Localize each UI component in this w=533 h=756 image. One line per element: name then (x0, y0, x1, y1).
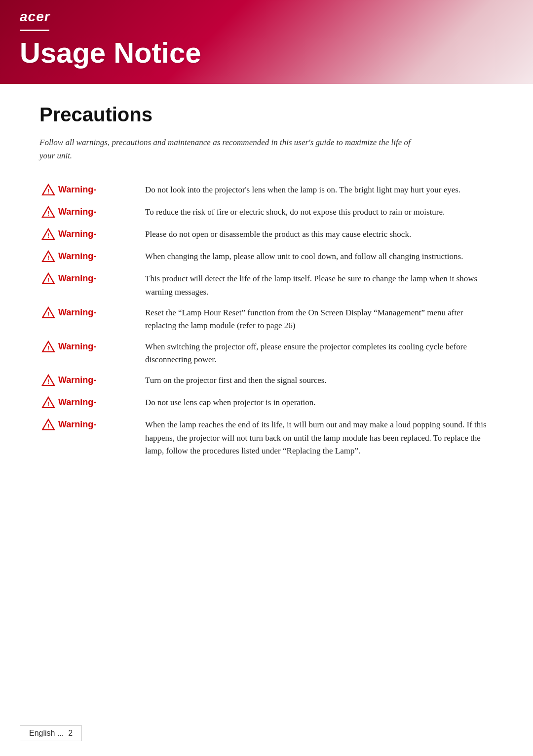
svg-text:!: ! (47, 232, 49, 239)
warning-label: ! Warning- (41, 250, 96, 263)
warning-label: ! Warning- (41, 340, 96, 353)
warning-label-cell: ! Warning- (39, 337, 143, 371)
svg-text:!: ! (47, 400, 49, 408)
warnings-table: ! Warning-Do not look into the projector… (39, 180, 494, 461)
warning-triangle-icon: ! (41, 418, 55, 431)
warning-row: ! Warning-Turn on the projector first an… (39, 370, 494, 392)
warning-label-cell: ! Warning- (39, 302, 143, 337)
warning-desc-text: To reduce the risk of fire or electric s… (145, 206, 492, 219)
warning-desc-text: Please do not open or disassemble the pr… (145, 228, 492, 241)
warning-label-cell: ! Warning- (39, 392, 143, 415)
svg-text:!: ! (47, 422, 49, 430)
page-footer: English ... 2 (20, 725, 513, 741)
warning-row: ! Warning-When switching the projector o… (39, 337, 494, 371)
warning-description: Please do not open or disassemble the pr… (143, 224, 494, 246)
warning-triangle-icon: ! (41, 206, 55, 218)
warning-label-cell: ! Warning- (39, 415, 143, 461)
svg-text:!: ! (47, 276, 49, 284)
warning-description: When changing the lamp, please allow uni… (143, 246, 494, 268)
svg-text:!: ! (47, 188, 49, 195)
warning-label-cell: ! Warning- (39, 246, 143, 268)
warning-text-label: Warning- (58, 375, 96, 385)
warning-label-cell: ! Warning- (39, 370, 143, 392)
warning-triangle-icon: ! (41, 228, 55, 240)
svg-text:!: ! (47, 344, 49, 352)
warning-row: ! Warning-Do not use lens cap when proje… (39, 392, 494, 415)
warning-desc-text: When the lamp reaches the end of its lif… (145, 418, 492, 457)
warning-description: Turn on the projector first and then the… (143, 370, 494, 392)
warning-row: ! Warning-To reduce the risk of fire or … (39, 202, 494, 224)
page-header: acer Usage Notice (0, 0, 533, 84)
warning-desc-text: Do not look into the projector's lens wh… (145, 184, 492, 196)
warning-triangle-icon: ! (41, 396, 55, 409)
warning-triangle-icon: ! (41, 374, 55, 386)
footer-language-page: English ... 2 (20, 725, 82, 741)
svg-text:!: ! (47, 378, 49, 385)
warning-desc-text: Do not use lens cap when projector is in… (145, 396, 492, 409)
warning-label-cell: ! Warning- (39, 202, 143, 224)
warning-label: ! Warning- (41, 418, 96, 431)
warning-label-cell: ! Warning- (39, 268, 143, 302)
warning-description: This product will detect the life of the… (143, 268, 494, 302)
warning-description: When switching the projector off, please… (143, 337, 494, 371)
warning-label: ! Warning- (41, 184, 96, 196)
warning-label-cell: ! Warning- (39, 180, 143, 202)
warning-description: Do not use lens cap when projector is in… (143, 392, 494, 415)
warning-label: ! Warning- (41, 272, 96, 285)
warning-row: ! Warning-Do not look into the projector… (39, 180, 494, 202)
warning-description: Do not look into the projector's lens wh… (143, 180, 494, 202)
warning-text-label: Warning- (58, 397, 96, 408)
svg-text:!: ! (47, 310, 49, 318)
main-content: Precautions Follow all warnings, precaut… (0, 84, 533, 481)
warning-text-label: Warning- (58, 341, 96, 352)
warning-label: ! Warning- (41, 306, 96, 319)
svg-text:!: ! (47, 210, 49, 217)
logo-underline (20, 30, 49, 31)
intro-text: Follow all warnings, precautions and mai… (39, 136, 415, 162)
warning-row: ! Warning-When changing the lamp, please… (39, 246, 494, 268)
warning-row: ! Warning-This product will detect the l… (39, 268, 494, 302)
warning-label-cell: ! Warning- (39, 224, 143, 246)
footer-page: 2 (68, 729, 73, 737)
footer-language: English ... (29, 729, 64, 737)
warning-text-label: Warning- (58, 251, 96, 262)
acer-logo: acer (20, 9, 50, 25)
warning-triangle-icon: ! (41, 306, 55, 319)
warning-label: ! Warning- (41, 206, 96, 218)
warning-desc-text: When changing the lamp, please allow uni… (145, 250, 492, 263)
warning-text-label: Warning- (58, 307, 96, 318)
warning-desc-text: This product will detect the life of the… (145, 272, 492, 299)
warning-desc-text: Reset the “Lamp Hour Reset” function fro… (145, 306, 492, 333)
warning-text-label: Warning- (58, 273, 96, 284)
warning-desc-text: Turn on the projector first and then the… (145, 374, 492, 387)
warning-triangle-icon: ! (41, 250, 55, 263)
warning-text-label: Warning- (58, 185, 96, 195)
section-title: Precautions (39, 104, 494, 126)
warning-description: Reset the “Lamp Hour Reset” function fro… (143, 302, 494, 337)
warning-row: ! Warning-Please do not open or disassem… (39, 224, 494, 246)
warning-triangle-icon: ! (41, 184, 55, 196)
warning-text-label: Warning- (58, 207, 96, 217)
warning-label: ! Warning- (41, 374, 96, 386)
warning-description: When the lamp reaches the end of its lif… (143, 415, 494, 461)
warning-text-label: Warning- (58, 229, 96, 239)
warning-text-label: Warning- (58, 419, 96, 430)
warning-triangle-icon: ! (41, 340, 55, 353)
svg-text:!: ! (47, 254, 49, 262)
warning-triangle-icon: ! (41, 272, 55, 285)
warning-desc-text: When switching the projector off, please… (145, 340, 492, 367)
warning-label: ! Warning- (41, 228, 96, 240)
warning-label: ! Warning- (41, 396, 96, 409)
warning-row: ! Warning-When the lamp reaches the end … (39, 415, 494, 461)
warning-description: To reduce the risk of fire or electric s… (143, 202, 494, 224)
page-title: Usage Notice (20, 36, 513, 69)
warning-row: ! Warning-Reset the “Lamp Hour Reset” fu… (39, 302, 494, 337)
